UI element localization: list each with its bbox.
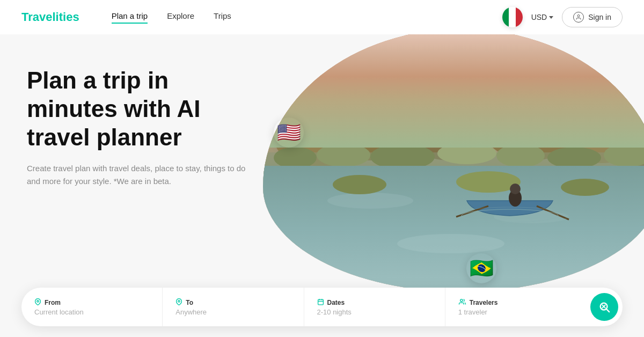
svg-line-12 bbox=[574, 72, 581, 131]
svg-point-24 bbox=[327, 193, 413, 209]
floating-flag-br: 🇧🇷 bbox=[466, 253, 496, 283]
language-flag-icon[interactable] bbox=[502, 7, 523, 27]
svg-point-21 bbox=[547, 147, 601, 169]
nav-plan-trip[interactable]: Plan a trip bbox=[112, 11, 148, 24]
svg-point-19 bbox=[437, 143, 496, 164]
nav-links: Plan a trip Explore Trips bbox=[112, 11, 502, 24]
search-bar: From Current location To Anywhere bbox=[21, 288, 623, 326]
from-field[interactable]: From Current location bbox=[21, 288, 163, 326]
nav-right: USD Sign in bbox=[502, 7, 623, 27]
svg-point-26 bbox=[397, 234, 504, 253]
travelers-icon bbox=[458, 298, 466, 307]
svg-point-14 bbox=[566, 63, 602, 86]
logo: Travelities bbox=[21, 10, 79, 24]
signin-label: Sign in bbox=[588, 13, 611, 21]
hero-image-blob bbox=[263, 34, 644, 292]
search-button[interactable] bbox=[590, 293, 618, 321]
svg-line-9 bbox=[424, 83, 429, 136]
hero-subtitle: Create travel plan with travel deals, pl… bbox=[27, 162, 258, 188]
currency-label: USD bbox=[531, 13, 547, 21]
svg-point-16 bbox=[274, 147, 317, 169]
svg-point-18 bbox=[370, 144, 435, 170]
nav-trips[interactable]: Trips bbox=[214, 11, 231, 24]
dates-field[interactable]: Dates 2-10 nights bbox=[304, 288, 445, 326]
svg-point-11 bbox=[415, 75, 449, 96]
to-field[interactable]: To Anywhere bbox=[163, 288, 304, 326]
dates-label: Dates bbox=[317, 298, 432, 307]
chevron-down-icon bbox=[549, 16, 553, 19]
dates-value: 2-10 nights bbox=[317, 308, 432, 316]
hero-photo bbox=[263, 34, 644, 292]
svg-point-42 bbox=[460, 299, 462, 301]
svg-point-27 bbox=[333, 175, 386, 194]
nav-explore[interactable]: Explore bbox=[167, 11, 194, 24]
search-icon bbox=[598, 301, 610, 313]
from-label: From bbox=[34, 298, 149, 307]
svg-rect-38 bbox=[318, 299, 323, 305]
svg-point-17 bbox=[317, 143, 370, 167]
travelers-label: Travelers bbox=[458, 298, 573, 307]
svg-point-29 bbox=[561, 179, 609, 196]
hero-image-container bbox=[263, 34, 644, 292]
location-pin-icon bbox=[34, 298, 41, 307]
svg-point-10 bbox=[401, 73, 442, 101]
svg-point-37 bbox=[178, 300, 180, 302]
from-value: Current location bbox=[34, 308, 149, 316]
to-value: Anywhere bbox=[175, 308, 290, 316]
currency-selector[interactable]: USD bbox=[531, 13, 554, 21]
navbar: Travelities Plan a trip Explore Trips US… bbox=[0, 0, 644, 34]
calendar-icon bbox=[317, 298, 324, 307]
user-icon bbox=[573, 12, 584, 23]
svg-point-0 bbox=[577, 15, 580, 17]
svg-line-44 bbox=[606, 309, 609, 312]
signin-button[interactable]: Sign in bbox=[562, 7, 623, 27]
destination-pin-icon bbox=[175, 298, 182, 307]
travelers-value: 1 traveler bbox=[458, 308, 573, 316]
svg-point-36 bbox=[37, 300, 39, 302]
svg-point-13 bbox=[545, 62, 588, 92]
to-label: To bbox=[175, 298, 290, 307]
hero-section: Plan a trip in minutes with AI travel pl… bbox=[0, 34, 644, 337]
floating-flag-us: 🇺🇸 bbox=[274, 118, 304, 148]
hero-title: Plan a trip in minutes with AI travel pl… bbox=[27, 67, 258, 151]
svg-point-31 bbox=[510, 184, 521, 194]
svg-point-20 bbox=[496, 144, 545, 167]
travelers-field[interactable]: Travelers 1 traveler bbox=[445, 288, 586, 326]
